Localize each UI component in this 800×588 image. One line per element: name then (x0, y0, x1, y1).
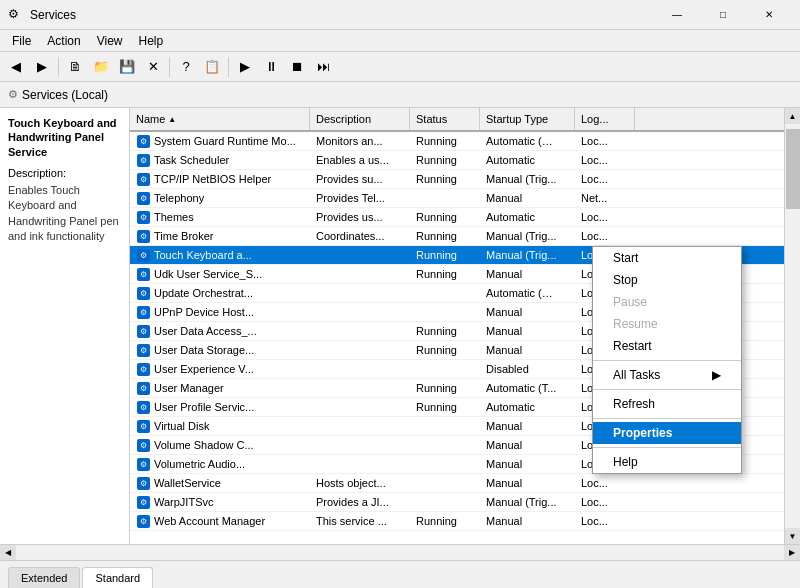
table-row[interactable]: ⚙WalletServiceHosts object...ManualLoc..… (130, 474, 784, 493)
service-log-cell: Loc... (575, 208, 635, 226)
table-row[interactable]: ⚙ThemesProvides us...RunningAutomaticLoc… (130, 208, 784, 227)
toolbar-stop[interactable]: ⏹ (285, 55, 309, 79)
maximize-button[interactable]: □ (700, 0, 746, 30)
horizontal-scrollbar[interactable]: ◀ ▶ (0, 544, 800, 560)
minimize-button[interactable]: — (654, 0, 700, 30)
service-name-cell: WalletService (154, 477, 221, 489)
toolbar-play[interactable]: ▶ (233, 55, 257, 79)
service-startup-cell: Automatic (… (480, 284, 575, 302)
service-desc-cell: Provides us... (310, 208, 410, 226)
description-label: Description: (8, 167, 121, 179)
scroll-thumb[interactable] (786, 129, 800, 209)
table-row[interactable]: ⚙Task SchedulerEnables a us...RunningAut… (130, 151, 784, 170)
service-status-cell: Running (410, 151, 480, 169)
scroll-down-button[interactable]: ▼ (785, 528, 801, 544)
service-startup-cell: Manual (480, 341, 575, 359)
toolbar-btn2[interactable]: 📁 (89, 55, 113, 79)
service-desc-cell (310, 398, 410, 416)
service-status-cell: Running (410, 379, 480, 397)
scroll-up-button[interactable]: ▲ (785, 108, 801, 124)
menu-help[interactable]: Help (131, 32, 172, 50)
service-desc-cell: Monitors an... (310, 132, 410, 150)
table-row[interactable]: ⚙TCP/IP NetBIOS HelperProvides su...Runn… (130, 170, 784, 189)
context-menu-item[interactable]: Refresh (593, 393, 741, 415)
service-icon: ⚙ (136, 343, 150, 357)
toolbar: ◀ ▶ 🗎 📁 💾 ✕ ? 📋 ▶ ⏸ ⏹ ⏭ (0, 52, 800, 82)
tab-standard[interactable]: Standard (82, 567, 153, 588)
service-name-cell: User Data Storage... (154, 344, 254, 356)
service-status-cell: Running (410, 170, 480, 188)
table-row[interactable]: ⚙WarpJITSvcProvides a JI...Manual (Trig.… (130, 493, 784, 512)
service-startup-cell: Manual (480, 436, 575, 454)
h-scroll-track[interactable] (16, 545, 784, 560)
context-menu-item[interactable]: Stop (593, 269, 741, 291)
sort-arrow: ▲ (168, 115, 176, 124)
toolbar-forward[interactable]: ▶ (30, 55, 54, 79)
tab-extended[interactable]: Extended (8, 567, 80, 588)
col-header-name[interactable]: Name ▲ (130, 108, 310, 130)
service-name-cell: Telephony (154, 192, 204, 204)
h-scroll-left[interactable]: ◀ (0, 545, 16, 561)
content-area: Touch Keyboard and Handwriting Panel Ser… (0, 108, 800, 544)
scroll-track[interactable] (785, 124, 800, 528)
table-row[interactable]: ⚙Time BrokerCoordinates...RunningManual … (130, 227, 784, 246)
service-startup-cell: Manual (480, 322, 575, 340)
context-menu-item[interactable]: Start (593, 247, 741, 269)
service-icon: ⚙ (136, 476, 150, 490)
service-status-cell: Running (410, 398, 480, 416)
col-header-status[interactable]: Status (410, 108, 480, 130)
main-container: ⚙ Services (Local) Touch Keyboard and Ha… (0, 82, 800, 588)
service-desc-cell (310, 322, 410, 340)
h-scroll-right[interactable]: ▶ (784, 545, 800, 561)
toolbar-back[interactable]: ◀ (4, 55, 28, 79)
service-name-cell: Task Scheduler (154, 154, 229, 166)
service-status-cell: Running (410, 341, 480, 359)
col-header-startup[interactable]: Startup Type (480, 108, 575, 130)
service-desc-cell: This service ... (310, 512, 410, 530)
service-icon: ⚙ (136, 324, 150, 338)
col-header-log[interactable]: Log... (575, 108, 635, 130)
close-button[interactable]: ✕ (746, 0, 792, 30)
service-status-cell (410, 417, 480, 435)
service-status-cell: Running (410, 512, 480, 530)
context-menu-item[interactable]: Restart (593, 335, 741, 357)
menu-view[interactable]: View (89, 32, 131, 50)
window-title: Services (30, 8, 654, 22)
menu-file[interactable]: File (4, 32, 39, 50)
service-desc-cell (310, 284, 410, 302)
window-controls: — □ ✕ (654, 0, 792, 30)
menu-bar: File Action View Help (0, 30, 800, 52)
service-desc-cell (310, 379, 410, 397)
table-row[interactable]: ⚙TelephonyProvides Tel...ManualNet... (130, 189, 784, 208)
context-menu-item[interactable]: Properties (593, 422, 741, 444)
toolbar-btn1[interactable]: 🗎 (63, 55, 87, 79)
table-row[interactable]: ⚙System Guard Runtime Mo...Monitors an..… (130, 132, 784, 151)
context-menu-separator (593, 447, 741, 448)
service-status-cell (410, 474, 480, 492)
title-bar: ⚙ Services — □ ✕ (0, 0, 800, 30)
toolbar-btn4[interactable]: ✕ (141, 55, 165, 79)
col-header-desc[interactable]: Description (310, 108, 410, 130)
service-desc-cell: Coordinates... (310, 227, 410, 245)
service-desc-cell: Provides a JI... (310, 493, 410, 511)
context-menu-item[interactable]: All Tasks▶ (593, 364, 741, 386)
table-row[interactable]: ⚙Web Account ManagerThis service ...Runn… (130, 512, 784, 531)
service-name-cell: Web Account Manager (154, 515, 265, 527)
service-name-cell: System Guard Runtime Mo... (154, 135, 296, 147)
service-startup-cell: Automatic (… (480, 132, 575, 150)
toolbar-btn3[interactable]: 💾 (115, 55, 139, 79)
context-menu-item[interactable]: Help (593, 451, 741, 473)
service-status-cell: Running (410, 246, 480, 264)
service-name-cell: Touch Keyboard a... (154, 249, 252, 261)
service-status-cell (410, 360, 480, 378)
toolbar-help[interactable]: ? (174, 55, 198, 79)
service-name-cell: Volumetric Audio... (154, 458, 245, 470)
description-text: Enables Touch Keyboard and Handwriting P… (8, 183, 121, 245)
service-log-cell: Net... (575, 189, 635, 207)
menu-action[interactable]: Action (39, 32, 88, 50)
vertical-scrollbar[interactable]: ▲ ▼ (784, 108, 800, 544)
toolbar-restart[interactable]: ⏭ (311, 55, 335, 79)
bottom-tabs: Extended Standard (0, 560, 800, 588)
toolbar-pause[interactable]: ⏸ (259, 55, 283, 79)
toolbar-btn5[interactable]: 📋 (200, 55, 224, 79)
